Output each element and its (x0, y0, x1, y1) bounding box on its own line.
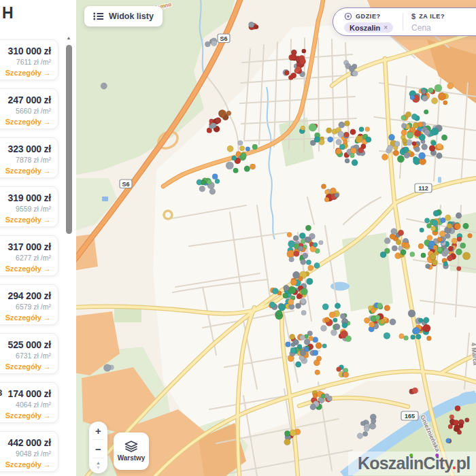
property-marker[interactable] (241, 153, 247, 159)
property-marker[interactable] (411, 335, 415, 339)
property-marker[interactable] (226, 162, 233, 169)
property-marker[interactable] (387, 145, 392, 150)
property-marker[interactable] (422, 90, 426, 95)
property-marker[interactable] (288, 299, 294, 305)
property-marker[interactable] (422, 144, 428, 150)
property-marker[interactable] (211, 41, 217, 46)
property-marker[interactable] (344, 132, 350, 137)
listing-card[interactable]: 323 000 zł7878 zł /m²Szczegóły → (0, 137, 58, 178)
property-marker[interactable] (375, 315, 380, 320)
property-marker[interactable] (314, 262, 320, 269)
property-marker[interactable] (279, 304, 286, 311)
property-marker[interactable] (445, 215, 451, 221)
property-marker[interactable] (468, 233, 473, 238)
property-marker[interactable] (365, 127, 370, 132)
property-marker[interactable] (433, 245, 438, 250)
property-marker[interactable] (401, 130, 407, 136)
property-marker[interactable] (392, 245, 397, 251)
property-marker[interactable] (245, 147, 250, 152)
property-marker[interactable] (410, 95, 415, 100)
property-marker[interactable] (404, 243, 409, 248)
property-marker[interactable] (447, 83, 454, 89)
property-marker[interactable] (301, 239, 305, 244)
property-marker[interactable] (294, 251, 299, 256)
property-marker[interactable] (324, 197, 329, 202)
property-marker[interactable] (438, 92, 446, 101)
property-marker[interactable] (284, 439, 290, 445)
property-marker[interactable] (397, 156, 404, 163)
property-marker[interactable] (272, 288, 278, 294)
property-marker[interactable] (301, 310, 306, 315)
property-marker[interactable] (447, 255, 453, 261)
property-marker[interactable] (351, 148, 357, 154)
property-marker[interactable] (369, 423, 376, 430)
listing-details-link[interactable]: Szczegóły → (0, 411, 51, 420)
listing-details-link[interactable]: Szczegóły → (0, 69, 51, 77)
property-marker[interactable] (431, 128, 439, 135)
listing-card[interactable]: 294 200 zł6579 zł /m²Szczegóły → (0, 284, 58, 325)
property-marker[interactable] (288, 75, 293, 80)
location-chip[interactable]: Koszalin × (344, 22, 393, 33)
property-marker[interactable] (283, 293, 288, 299)
listing-card[interactable]: 310 000 zł7611 zł /m²Szczegóły → (0, 39, 58, 80)
filter-price[interactable]: $ ZA ILE? Cena (411, 8, 445, 35)
property-marker[interactable] (289, 257, 294, 262)
property-marker[interactable] (371, 308, 375, 313)
property-marker[interactable] (394, 141, 400, 147)
property-marker[interactable] (364, 318, 369, 323)
property-marker[interactable] (415, 147, 420, 152)
property-marker[interactable] (406, 112, 411, 117)
listing-card[interactable]: 317 000 zł6277 zł /m²Szczegóły → (0, 235, 58, 276)
property-marker[interactable] (350, 129, 356, 135)
property-marker[interactable] (335, 193, 339, 198)
property-marker[interactable] (441, 135, 447, 141)
property-marker[interactable] (412, 141, 416, 146)
property-marker[interactable] (381, 154, 388, 160)
property-marker[interactable] (431, 226, 436, 231)
property-marker[interactable] (250, 164, 256, 169)
property-marker[interactable] (426, 264, 430, 269)
property-marker[interactable] (431, 141, 436, 146)
property-marker[interactable] (207, 180, 211, 184)
property-marker[interactable] (284, 430, 290, 436)
property-marker[interactable] (356, 136, 362, 143)
property-marker[interactable] (199, 186, 205, 192)
property-marker[interactable] (410, 252, 415, 256)
search-filter-bar[interactable]: GDZIE? Koszalin × $ ZA ILE? Cena (333, 7, 476, 36)
property-marker[interactable] (423, 324, 430, 332)
property-marker[interactable] (420, 228, 424, 233)
zoom-out-button[interactable]: − (89, 440, 107, 458)
property-marker[interactable] (296, 294, 301, 299)
listing-card[interactable]: 247 000 zł5660 zł /m²Szczegóły → (0, 88, 58, 129)
property-marker[interactable] (415, 334, 421, 339)
property-marker[interactable] (334, 324, 340, 330)
property-marker[interactable] (439, 231, 445, 237)
property-marker[interactable] (226, 111, 231, 116)
property-marker[interactable] (361, 144, 366, 149)
property-marker[interactable] (313, 350, 318, 356)
price-input[interactable]: Cena (411, 23, 445, 33)
property-marker[interactable] (295, 362, 301, 368)
zoom-in-button[interactable]: + (89, 422, 107, 439)
listing-details-link[interactable]: Szczegóły → (0, 118, 51, 126)
property-marker[interactable] (460, 243, 466, 248)
property-marker[interactable] (302, 49, 306, 53)
property-marker[interactable] (238, 141, 243, 146)
property-marker[interactable] (345, 158, 350, 163)
property-marker[interactable] (415, 131, 421, 137)
property-marker[interactable] (287, 233, 292, 237)
property-marker[interactable] (254, 24, 258, 29)
property-marker[interactable] (293, 235, 299, 241)
property-marker[interactable] (301, 298, 307, 304)
property-marker[interactable] (209, 188, 216, 194)
property-marker[interactable] (447, 224, 452, 229)
property-marker[interactable] (419, 152, 426, 159)
property-marker[interactable] (402, 138, 407, 143)
property-marker[interactable] (339, 122, 345, 128)
property-marker[interactable] (316, 343, 322, 349)
property-marker[interactable] (384, 305, 390, 311)
property-marker[interactable] (413, 327, 420, 334)
property-marker[interactable] (219, 110, 226, 118)
property-marker[interactable] (314, 137, 320, 143)
property-marker[interactable] (452, 238, 457, 243)
